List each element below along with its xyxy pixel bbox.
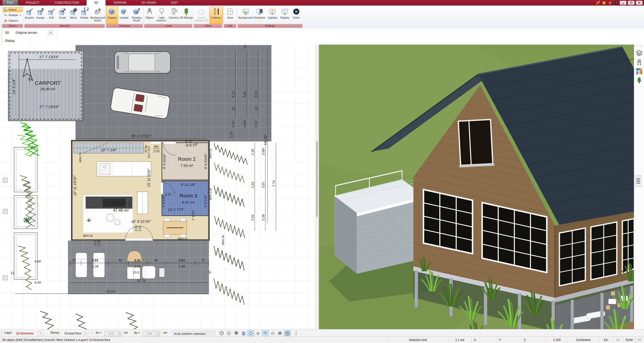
svg-text:74: 74 <box>72 258 76 262</box>
dx-input[interactable]: 0.0 ▲▼ <box>104 331 122 336</box>
status-scale[interactable]: 1:100 <box>546 336 568 343</box>
toolbar-grip[interactable] <box>2 331 3 335</box>
tab-2d-views[interactable]: 2D VIEWS <box>134 0 163 6</box>
light-source-button[interactable]: Light source▼ <box>155 6 168 24</box>
assign-button[interactable]: Assign <box>35 6 46 24</box>
svg-text:BRH 75: BRH 75 <box>79 153 82 162</box>
roof-display-button[interactable] <box>247 330 254 336</box>
hatching-button[interactable] <box>255 330 262 336</box>
background-settings-button[interactable]: Background <box>238 6 253 24</box>
shadow-brush-button[interactable]: Shadow brush <box>130 6 143 24</box>
edit-button[interactable]: Edit <box>46 6 57 24</box>
objects-icon[interactable] <box>636 59 643 66</box>
svg-text:5.01: 5.01 <box>243 91 246 97</box>
close-button[interactable] <box>636 1 642 5</box>
chevron-down-icon: ▼ <box>206 331 212 336</box>
tree-icon <box>182 7 190 16</box>
tools-icon[interactable] <box>596 1 600 5</box>
ribbon: Select Multiple▼ Options Select Acquire … <box>0 6 644 29</box>
room2-area: 7.53 m² <box>181 163 193 168</box>
cross-section-3d-button[interactable]: Cross section 3D <box>194 6 209 24</box>
panel-grip[interactable] <box>636 46 642 48</box>
spinner-icon[interactable]: ▲▼ <box>118 331 122 336</box>
terrain-select[interactable]: Original terrain ▼ <box>16 30 53 35</box>
restore-button[interactable] <box>628 1 634 5</box>
svg-text:22' 11 19/32": 22' 11 19/32" <box>73 175 77 196</box>
toolbar-grip[interactable] <box>2 38 3 44</box>
collision-icon <box>212 7 220 16</box>
record-video-button[interactable] <box>233 330 240 336</box>
materials-icon[interactable] <box>636 68 643 75</box>
collision-button[interactable]: Collision <box>209 6 223 24</box>
update-shadows-button[interactable]: Update <box>118 6 130 24</box>
tab-3d[interactable]: 3D <box>87 0 105 6</box>
select-button[interactable]: Select <box>3 7 23 12</box>
screen-capture-button[interactable] <box>225 330 232 336</box>
svg-text:1.01: 1.01 <box>251 182 255 188</box>
scrollbar-thumb[interactable] <box>316 141 317 217</box>
object-button[interactable]: Object <box>144 6 155 24</box>
tiles-display-button[interactable] <box>262 330 269 336</box>
tall-cabinet[interactable] <box>137 192 148 214</box>
dx-label: dx = <box>96 331 101 334</box>
kitchen-island[interactable] <box>97 162 151 176</box>
tab-file[interactable]: FILE <box>3 0 18 6</box>
bitmap-3d-button[interactable]: 3D-Bitmap <box>179 6 193 24</box>
toolbar-grip[interactable] <box>215 331 216 335</box>
lighting-settings-button[interactable]: Lighting <box>266 6 279 24</box>
area-button[interactable]: ?Area <box>224 6 236 24</box>
layer-select[interactable]: 2D-Elemente ▼ <box>16 331 44 336</box>
more-options-button[interactable] <box>293 330 300 336</box>
coordinate-mode-select[interactable]: dx,dy (relative cartesian) ▼ <box>173 331 213 336</box>
rotate-button[interactable]: Rotate <box>79 6 90 24</box>
background-brush-button[interactable]: Background brush <box>90 6 105 24</box>
multiple-button[interactable]: Multiple▼ <box>3 13 23 18</box>
svg-text:1.60⁵: 1.60⁵ <box>243 120 247 128</box>
panel-collapse-handle[interactable] <box>635 175 641 187</box>
scale-button[interactable]: Scale <box>57 6 68 24</box>
carport-area: 26.95 m² <box>40 87 55 91</box>
move-button[interactable]: Move <box>68 6 79 24</box>
tab-terrain[interactable]: TERRAIN <box>105 0 134 6</box>
car-top[interactable] <box>115 52 170 73</box>
minimize-button[interactable] <box>620 1 626 5</box>
package-icon[interactable] <box>602 1 606 5</box>
tab-construction[interactable]: CONSTRUCTION <box>47 0 87 6</box>
options-button[interactable]: Options <box>3 18 23 23</box>
toolbar-grip[interactable] <box>2 30 3 36</box>
status-ein[interactable]: Ein <box>599 336 613 343</box>
north-arrow-button[interactable]: N <box>284 330 291 336</box>
driveway[interactable] <box>76 45 271 141</box>
status-unit[interactable]: Centimetre <box>568 336 599 343</box>
autosave-clock-button[interactable] <box>218 330 225 336</box>
plan-2d-canvas[interactable]: N 17' 7 13/16" CARPORT 26.95 m² 17' 7 13… <box>0 45 315 329</box>
lighting-icon <box>268 7 276 16</box>
export-icon[interactable] <box>608 1 612 5</box>
video-button[interactable]: Video <box>291 6 302 24</box>
plants-icon[interactable] <box>636 77 643 84</box>
tab-project[interactable]: PROJECT <box>18 0 47 6</box>
view-3d-canvas[interactable] <box>319 45 634 329</box>
grid-button[interactable] <box>276 330 283 336</box>
contour-lines-button[interactable] <box>269 330 276 336</box>
rotate-icon <box>80 7 88 16</box>
svg-text:7.74: 7.74 <box>272 180 276 187</box>
svg-text:12: 12 <box>11 271 14 275</box>
svg-text:2.01: 2.01 <box>138 225 142 231</box>
help-icon[interactable]: ? <box>614 1 618 5</box>
acquire-button[interactable]: Acquire <box>24 6 35 24</box>
shadows-settings-button[interactable]: Shadows <box>253 6 266 24</box>
layers-icon[interactable] <box>636 50 643 57</box>
carport[interactable]: N 17' 7 13/16" CARPORT 26.95 m² 17' 7 13… <box>8 51 83 121</box>
spinner-icon[interactable]: ▲▼ <box>156 331 160 336</box>
toolbar-grip[interactable] <box>93 331 94 335</box>
storey-select[interactable]: Ground floor ▼ <box>64 331 89 336</box>
display-shadows-button[interactable]: Display <box>106 6 118 24</box>
camera-button[interactable]: Camera <box>168 6 179 24</box>
tab-edit[interactable]: EDIT <box>163 0 185 6</box>
dy-unit: cm <box>163 331 167 334</box>
svg-text:2.01: 2.01 <box>134 225 138 231</box>
dy-input[interactable]: 0.0 ▲▼ <box>142 331 160 336</box>
copy-view-button[interactable] <box>240 330 247 336</box>
display-settings-button[interactable]: Display <box>279 6 291 24</box>
